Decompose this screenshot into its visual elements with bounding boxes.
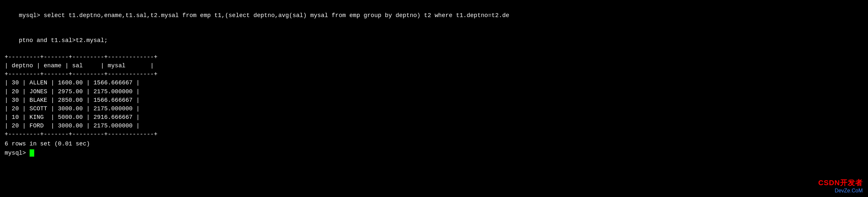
- command-text-1: mysql> select t1.deptno,ename,t1.sal,t2.…: [19, 12, 509, 19]
- watermark: CSDN开发者 DevZe.CoM: [818, 178, 863, 194]
- table-row-2: | 20 | JONES | 2975.00 | 2175.000000 |: [5, 87, 863, 96]
- watermark-devze: DevZe.CoM: [835, 188, 863, 194]
- summary-line: 6 rows in set (0.01 sec): [5, 140, 863, 148]
- command-line-1: mysql> select t1.deptno,ename,t1.sal,t2.…: [5, 3, 863, 28]
- table-row-4: | 20 | SCOTT | 3000.00 | 2175.000000 |: [5, 105, 863, 113]
- next-prompt-line: mysql>: [5, 149, 863, 157]
- separator-bottom: +---------+-------+---------+-----------…: [5, 130, 863, 139]
- next-prompt-text: mysql>: [5, 150, 30, 156]
- table-header: | deptno | ename | sal | mysal |: [5, 62, 863, 70]
- table-row-6: | 20 | FORD | 3000.00 | 2175.000000 |: [5, 121, 863, 130]
- table-row-5: | 10 | KING | 5000.00 | 2916.666667 |: [5, 113, 863, 121]
- separator-top: +---------+-------+---------+-----------…: [5, 53, 863, 62]
- watermark-csdn: CSDN开发者: [818, 178, 863, 188]
- table-row-3: | 30 | BLAKE | 2850.00 | 1566.666667 |: [5, 96, 863, 105]
- terminal-window: mysql> select t1.deptno,ename,t1.sal,t2.…: [0, 0, 868, 197]
- command-text-2: ptno and t1.sal>t2.mysal;: [19, 37, 107, 44]
- separator-mid: +---------+-------+---------+-----------…: [5, 70, 863, 78]
- cursor-block: [30, 149, 34, 157]
- command-line-2: ptno and t1.sal>t2.mysal;: [5, 28, 863, 53]
- table-row-1: | 30 | ALLEN | 1600.00 | 1566.666667 |: [5, 78, 863, 87]
